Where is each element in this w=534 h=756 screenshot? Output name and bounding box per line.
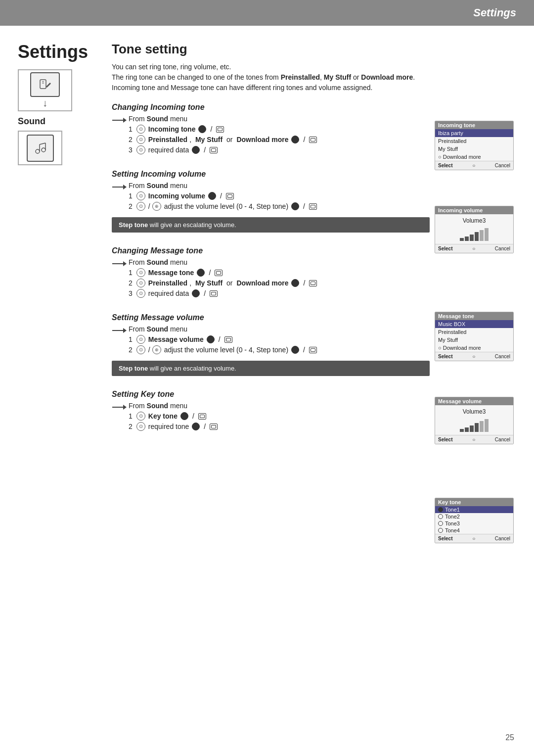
spacer-1 [435,42,516,121]
vol-bar-5 [480,230,484,241]
screen-message-tone: Message tone Music BOX Preinstalled My S… [435,312,514,361]
pen-icon [38,78,52,92]
screen-iv-select[interactable]: Select [438,246,452,251]
steps-incoming-volume: From Sound menu 1 ⊙ Incoming volume / 2 … [112,182,430,212]
screen-kt-cancel[interactable]: Cancel [495,536,510,541]
screen-it-item-3: ○ Download more [435,153,513,161]
screen-iv-footer: Select ○ Cancel [435,244,513,253]
bold-preinstalled: Preinstalled [281,73,320,81]
screen-it-select[interactable]: Select [438,163,452,168]
svg-point-4 [36,149,40,153]
note-message-volume: Step tone will give an escalating volume… [112,361,430,376]
bold-mystuff: My Stuff [324,73,351,81]
screen-mv-cancel[interactable]: Cancel [495,437,510,442]
screen-iv-cancel[interactable]: Cancel [495,246,510,251]
from-sound-vol: From Sound menu [129,182,430,189]
circle-btn-mv-1 [207,335,215,343]
circle-btn-3 [192,146,200,154]
svg-marker-3 [46,83,51,88]
screen-kt-title: Key tone [435,498,513,506]
nav-icon-vol-1: ⊙ [136,191,145,200]
vol-bar-m5 [480,421,484,432]
bold-step-tone-1: Step tone [119,221,148,229]
arrow-incoming-tone [112,115,127,126]
connector-incoming-volume [112,182,127,192]
screen-key-tone: Key tone Tone1 Tone2 Tone3 Tone4 [435,498,514,543]
square-btn-3 [210,147,218,153]
slash-vol: / [148,202,150,210]
bold-mystuff-2: My Stuff [195,136,222,143]
screen-it-cancel[interactable]: Cancel [495,163,510,168]
header-title: Settings [473,6,516,19]
screen-mt-item-1: Preinstalled [435,328,513,336]
main-content: Settings ↓ Sound [0,26,534,568]
section-incoming-volume: Setting Incoming volume From Sound menu … [112,170,430,233]
bold-step-tone-2: Step tone [119,365,148,372]
section-incoming-tone: Changing Incoming tone From Sound menu 1… [112,103,430,156]
main-sections: Tone setting You can set ring tone, ring… [112,42,430,552]
screen-mv-footer: Select ○ Cancel [435,435,513,444]
screen-kt-circle-btn: ○ [472,536,475,541]
screen-iv-bars [438,226,510,241]
screen-kt-item-0: Tone1 [435,506,513,513]
note-text-1: will give an escalating volume. [150,221,236,229]
screen-kt-tone3: Tone3 [445,520,460,526]
from-sound-incoming: From Sound menu [129,115,430,123]
screen-kt-tone1: Tone1 [445,507,460,513]
vol-bar-2 [465,236,469,241]
music-note-icon [33,141,47,155]
screen-it-footer: Select ○ Cancel [435,161,513,170]
h-line [112,120,123,121]
nav-icon-kt-2: ⊙ [136,422,145,431]
screen-kt-tone2: Tone2 [445,514,460,520]
page-title: Settings [18,42,88,62]
step-mv-1: 1 ⊙ Message volume / [129,335,430,344]
step-mt-3: 3 ⊙ required data / [129,289,430,298]
top-header: Settings [0,0,534,26]
arrow-tip-v [123,185,127,189]
screen-mt-item-3: ○ Download more [435,344,513,352]
section-message-tone: Changing Message tone From Sound menu 1 … [112,246,430,299]
circle-btn-vol-2 [291,202,299,210]
from-sound-mv: From Sound menu [129,325,430,333]
h-line-kt [112,407,123,408]
bold-download-2: Download more [236,136,288,143]
step-kt-1: 1 ⊙ Key tone / [129,412,430,421]
screen-mv-circle-btn: ○ [472,437,475,442]
bold-sound: Sound [147,115,169,123]
circle-btn-1 [198,125,206,133]
screen-kt-item-1: Tone2 [435,513,513,520]
step-mt-3-text: required data [148,289,189,297]
steps-list-message-volume: From Sound menu 1 ⊙ Message volume / 2 ⊙ [129,325,430,356]
svg-point-5 [42,148,45,152]
screen-mt-cancel[interactable]: Cancel [495,354,510,359]
square-btn-kt-2 [210,424,218,430]
screen-it-item-2: My Stuff [435,145,513,153]
step-mt-1: 1 ⊙ Message tone / [129,268,430,277]
from-sound-mt: From Sound menu [129,258,430,266]
heading-incoming-volume: Setting Incoming volume [112,170,430,179]
slash-mv: / [148,346,150,354]
screen-mt-select[interactable]: Select [438,354,452,359]
radio-tone3-icon [438,521,443,526]
step-mt-1-text: Message tone [148,269,194,277]
arrow-tip-mv [123,328,127,333]
screen-incoming-tone: Incoming tone Ibiza party Preinstalled M… [435,121,514,170]
screen-kt-item-3: Tone4 [435,527,513,534]
steps-message-volume: From Sound menu 1 ⊙ Message volume / 2 ⊙ [112,325,430,356]
radio-tone1-icon [438,507,443,512]
from-sound-kt: From Sound menu [129,402,430,410]
vol-bar-4 [475,232,479,241]
heading-key-tone: Setting Key tone [112,390,430,399]
screen-mv-select[interactable]: Select [438,437,452,442]
screen-kt-select[interactable]: Select [438,536,452,541]
step-incoming-3-text: required data [148,146,189,154]
screen-kt-footer: Select ○ Cancel [435,534,513,543]
step-mv-2-text: adjust the volume level (0 - 4, Step ton… [164,346,288,354]
circle-btn-kt-1 [180,412,188,420]
svg-line-7 [40,143,45,144]
steps-list-message-tone: From Sound menu 1 ⊙ Message tone / 2 ⊙ [129,258,430,299]
steps-list-incoming-tone: From Sound menu 1 ⊙ Incoming tone / 2 ⊙ [129,115,430,156]
arrow-tip-mt [123,261,127,266]
screen-iv-body: Volume3 [435,214,513,244]
